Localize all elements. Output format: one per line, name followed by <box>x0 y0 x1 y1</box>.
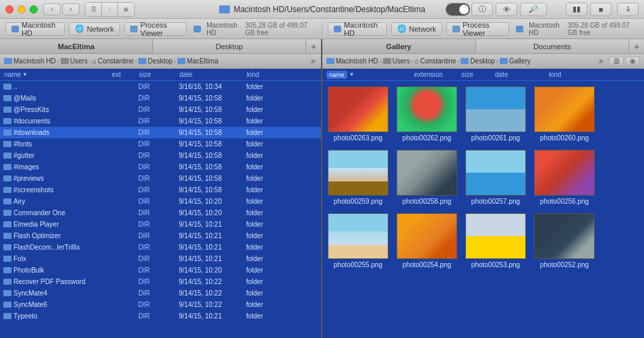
bc-constantine[interactable]: ⌂ Constantine <box>92 57 134 65</box>
right-col-ext[interactable]: extension <box>411 71 459 78</box>
table-row[interactable]: #gutterDIR9/14/15, 10:58folder <box>0 150 321 161</box>
binoculars-button[interactable]: 🔎 <box>520 3 547 16</box>
process-viewer-button-1[interactable]: Process Viewer <box>124 22 187 36</box>
right-col-name[interactable]: name ▼ <box>324 71 411 79</box>
right-bc-hd[interactable]: Macintosh HD <box>326 57 378 65</box>
right-bc-home-icon: ⌂ <box>415 57 419 65</box>
panel-button[interactable]: ■ <box>590 3 612 16</box>
right-view-list[interactable]: ☰ <box>609 57 624 66</box>
table-row[interactable]: #imagesDIR9/14/15, 10:58folder <box>0 161 321 173</box>
right-col-size[interactable]: size <box>459 71 492 78</box>
tab-maceltima[interactable]: MacEltima <box>0 39 153 53</box>
table-row[interactable]: Recover PDF PasswordDIR9/14/15, 10:22fol… <box>0 276 321 287</box>
table-row[interactable]: #fontsDIR9/14/15, 10:58folder <box>0 138 321 150</box>
col-name-header[interactable]: name ▼ <box>1 71 109 78</box>
right-star-button[interactable]: ★ <box>597 57 605 66</box>
gallery-item[interactable]: photo00263.png <box>328 86 388 142</box>
table-row[interactable]: PhotoBulkDIR9/14/15, 10:20folder <box>0 264 321 276</box>
table-row[interactable]: #documentsDIR9/14/15, 10:58folder <box>0 115 321 127</box>
list-view-button[interactable]: ☰ <box>86 3 102 16</box>
column-view-button[interactable]: ⋮ <box>102 3 118 16</box>
file-date: 9/14/15, 10:58 <box>177 117 244 125</box>
bc-desktop[interactable]: Desktop <box>138 57 173 65</box>
gallery-item[interactable]: photo00257.png <box>465 150 526 205</box>
table-row[interactable]: Elmedia PlayerDIR9/14/15, 10:21folder <box>0 219 321 230</box>
right-col-headers: name ▼ extension size date kind <box>322 69 644 81</box>
network-button-1[interactable]: 🌐 Network <box>69 22 120 36</box>
file-size: DIR <box>136 117 177 125</box>
table-row[interactable]: AiryDIR9/14/15, 10:20folder <box>0 196 321 207</box>
process-viewer-button-2[interactable]: Process Viewer <box>446 22 509 36</box>
right-bc-hd-label: Macintosh HD <box>336 57 378 65</box>
gallery-item[interactable]: photo00255.png <box>328 213 388 269</box>
download-button[interactable]: ⇓ <box>617 3 639 16</box>
view-button[interactable]: 👁 <box>496 3 517 16</box>
gallery-item[interactable]: photo00254.png <box>397 213 457 269</box>
toggle-button[interactable] <box>447 3 469 16</box>
gallery-item[interactable]: photo00260.png <box>534 86 595 142</box>
right-add-tab[interactable]: + <box>629 39 644 53</box>
gallery-area[interactable]: photo00263.pngphoto00262.pngphoto00261.p… <box>322 81 644 338</box>
table-row[interactable]: SyncMate4DIR9/14/15, 10:22folder <box>0 287 321 299</box>
col-size-header[interactable]: size <box>136 71 177 78</box>
minimize-button[interactable] <box>18 5 26 13</box>
toggle-switch[interactable] <box>446 3 470 16</box>
left-file-list[interactable]: ..DIR3/16/16, 10:34folder@MailsDIR9/14/1… <box>0 81 321 338</box>
right-bc-gallery[interactable]: Gallery <box>500 57 531 65</box>
table-row[interactable]: SyncMate6DIR9/14/15, 10:22folder <box>0 299 321 310</box>
file-kind: folder <box>244 289 320 297</box>
col-kind-header[interactable]: kind <box>244 71 320 78</box>
table-row[interactable]: TypeetoDIR9/14/15, 10:21folder <box>0 310 321 322</box>
icon-view-button[interactable]: ⊕ <box>118 3 134 16</box>
table-row[interactable]: Commander OneDIR9/14/15, 10:20folder <box>0 207 321 219</box>
gallery-item[interactable]: photo00258.png <box>397 150 457 205</box>
right-col-date[interactable]: date <box>492 71 546 78</box>
gallery-item[interactable]: photo00256.png <box>534 150 595 205</box>
tab-desktop[interactable]: Desktop <box>153 39 306 53</box>
gallery-item[interactable]: photo00262.png <box>397 86 457 142</box>
file-name: Folx <box>13 255 26 262</box>
gallery-item[interactable]: photo00261.png <box>465 86 526 142</box>
globe-icon-1: 🌐 <box>75 24 84 33</box>
tab-documents[interactable]: Documents <box>476 39 630 53</box>
right-col-kind[interactable]: kind <box>546 71 643 78</box>
gallery-item[interactable]: photo00259.png <box>328 150 388 205</box>
table-row[interactable]: Flash OptimizerDIR9/14/15, 10:21folder <box>0 230 321 242</box>
table-row[interactable]: FlashDecom...lerTrillixDIR9/14/15, 10:21… <box>0 242 321 253</box>
table-row[interactable]: #downloadsDIR9/14/15, 10:58folder <box>0 127 321 138</box>
file-name: #screenshots <box>13 186 53 194</box>
gallery-item[interactable]: photo00252.png <box>534 213 595 269</box>
forward-button[interactable]: › <box>62 3 80 16</box>
macintosh-hd-button-1[interactable]: Macintosh HD <box>5 22 65 36</box>
table-row[interactable]: @MailsDIR9/14/15, 10:58folder <box>0 92 321 104</box>
col-ext-header[interactable]: ext <box>109 71 136 78</box>
sidebar-toggle[interactable]: ▮▮ <box>566 3 587 16</box>
table-row[interactable]: #screenshotsDIR9/14/15, 10:58folder <box>0 184 321 196</box>
fullscreen-button[interactable] <box>30 5 38 13</box>
right-bc-desktop[interactable]: Desktop <box>461 57 495 65</box>
macintosh-hd-button-2[interactable]: Macintosh HD <box>328 22 387 36</box>
network-button-2[interactable]: 🌐 Network <box>391 22 442 36</box>
tab-gallery[interactable]: Gallery <box>322 39 476 53</box>
photo-thumbnail <box>534 150 595 196</box>
col-date-header[interactable]: date <box>177 71 244 78</box>
table-row[interactable]: @PressKitsDIR9/14/15, 10:58folder <box>0 104 321 115</box>
file-date: 9/14/15, 10:58 <box>177 106 244 113</box>
back-button[interactable]: ‹ <box>43 3 61 16</box>
table-row[interactable]: FolxDIR9/14/15, 10:21folder <box>0 253 321 264</box>
bc-maceltima[interactable]: MacEltima <box>177 57 218 65</box>
bc-hd[interactable]: Macintosh HD <box>4 57 56 65</box>
right-bc-users[interactable]: Users <box>383 57 410 65</box>
table-row[interactable]: ..DIR3/16/16, 10:34folder <box>0 81 321 92</box>
gallery-item[interactable]: photo00253.png <box>465 213 526 269</box>
info-button[interactable]: ⓘ <box>471 3 493 16</box>
table-row[interactable]: #previewsDIR9/14/15, 10:58folder <box>0 173 321 184</box>
close-button[interactable] <box>5 5 13 13</box>
photo-thumbnail <box>465 86 526 132</box>
right-bc-constantine[interactable]: ⌂ Constantine <box>415 57 456 65</box>
nav-buttons: ‹ › <box>43 3 80 16</box>
bc-users[interactable]: Users <box>61 57 88 65</box>
left-add-tab[interactable]: + <box>306 39 321 53</box>
right-view-grid[interactable]: ⊕ <box>625 57 640 66</box>
left-star-button[interactable]: ★ <box>310 57 317 66</box>
